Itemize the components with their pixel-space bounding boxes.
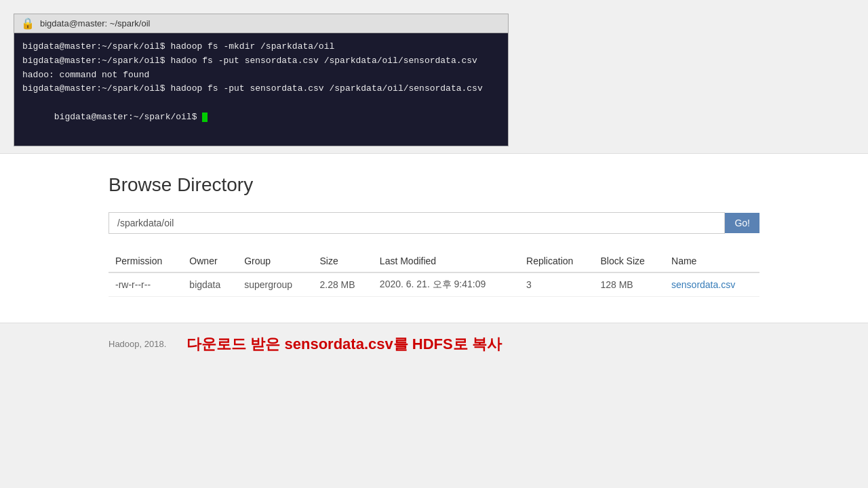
- browser-section: Browse Directory Go! Permission Owner Gr…: [0, 153, 868, 323]
- path-input[interactable]: [108, 212, 725, 234]
- terminal-line-4: bigdata@master:~/spark/oil$ hadoop fs -p…: [22, 82, 500, 96]
- terminal-cursor: [202, 113, 208, 122]
- terminal-titlebar: 🔒 bigdata@master: ~/spark/oil: [14, 14, 509, 33]
- terminal-line-1: bigdata@master:~/spark/oil$ hadoop fs -m…: [22, 40, 500, 54]
- footer-copyright: Hadoop, 2018.: [108, 339, 166, 349]
- browse-title: Browse Directory: [108, 174, 760, 196]
- cell-name[interactable]: sensordata.csv: [665, 272, 760, 297]
- col-size: Size: [313, 250, 372, 272]
- cell-group: supergroup: [237, 272, 313, 297]
- table-row: -rw-r--r-- bigdata supergroup 2.28 MB 20…: [108, 272, 760, 297]
- file-link[interactable]: sensordata.csv: [671, 279, 735, 290]
- terminal-line-3: hadoo: command not found: [22, 68, 500, 83]
- col-permission: Permission: [108, 250, 182, 272]
- col-group: Group: [237, 250, 313, 272]
- directory-table: Permission Owner Group Size Last Modifie…: [108, 250, 760, 297]
- footer-section: Hadoop, 2018. 다운로드 받은 sensordata.csv를 HD…: [0, 323, 868, 365]
- col-owner: Owner: [182, 250, 237, 272]
- go-button[interactable]: Go!: [725, 213, 760, 233]
- search-bar: Go!: [108, 212, 760, 234]
- cell-block-size: 128 MB: [593, 272, 665, 297]
- col-block-size: Block Size: [593, 250, 665, 272]
- footer-annotation: 다운로드 받은 sensordata.csv를 HDFS로 복사: [186, 334, 502, 354]
- col-last-modified: Last Modified: [373, 250, 519, 272]
- terminal-line-2: bigdata@master:~/spark/oil$ hadoo fs -pu…: [22, 54, 500, 68]
- cell-size: 2.28 MB: [313, 272, 372, 297]
- terminal-icon: 🔒: [21, 17, 35, 30]
- cell-permission: -rw-r--r--: [108, 272, 182, 297]
- cell-last-modified: 2020. 6. 21. 오후 9:41:09: [373, 272, 519, 297]
- terminal-body: bigdata@master:~/spark/oil$ hadoop fs -m…: [14, 33, 509, 146]
- col-name: Name: [665, 250, 760, 272]
- terminal-line-5: bigdata@master:~/spark/oil$: [22, 96, 500, 138]
- terminal-title: bigdata@master: ~/spark/oil: [40, 18, 150, 28]
- cell-replication: 3: [519, 272, 593, 297]
- terminal-wrapper: 🔒 bigdata@master: ~/spark/oil bigdata@ma…: [0, 0, 868, 153]
- cell-owner: bigdata: [182, 272, 237, 297]
- table-header-row: Permission Owner Group Size Last Modifie…: [108, 250, 760, 272]
- col-replication: Replication: [519, 250, 593, 272]
